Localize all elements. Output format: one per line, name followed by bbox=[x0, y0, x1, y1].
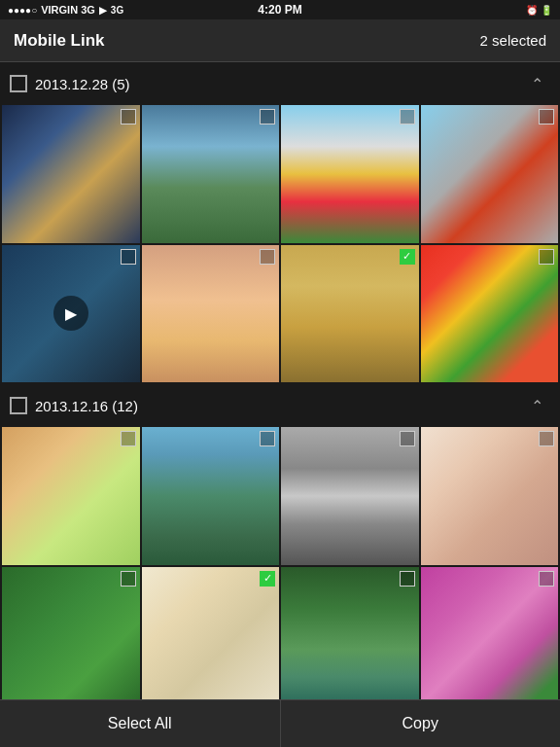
photo-bg-p11 bbox=[281, 427, 419, 565]
photo-bg-p14 bbox=[142, 567, 280, 700]
photo-checkbox-p13[interactable] bbox=[121, 571, 136, 587]
photo-cell-p11[interactable] bbox=[281, 427, 419, 565]
photo-cell-p8[interactable] bbox=[421, 245, 559, 383]
section-header-left-0: 2013.12.28 (5) bbox=[10, 75, 130, 92]
section-header-left-1: 2013.12.16 (12) bbox=[10, 397, 138, 414]
photo-bg-p10 bbox=[142, 427, 280, 565]
photo-checkbox-p10[interactable] bbox=[260, 431, 275, 446]
photo-cell-p12[interactable] bbox=[421, 427, 559, 565]
photo-checkbox-p9[interactable] bbox=[121, 431, 136, 446]
photo-cell-p13[interactable] bbox=[2, 567, 140, 700]
photo-checkbox-p16[interactable] bbox=[539, 571, 554, 587]
photo-cell-p2[interactable] bbox=[142, 105, 280, 243]
status-bar: ●●●●○ VIRGIN 3G ▶ 3G 4:20 PM ⏰ 🔋 bbox=[0, 0, 560, 19]
video-play-p5[interactable]: ▶ bbox=[53, 296, 88, 331]
photo-bg-p13 bbox=[2, 567, 140, 700]
photo-grid-0: ▶✓ bbox=[0, 105, 560, 384]
select-all-button[interactable]: Select All bbox=[0, 700, 281, 747]
photo-cell-p1[interactable] bbox=[2, 105, 140, 243]
photo-cell-p14[interactable]: ✓ bbox=[142, 567, 280, 700]
photo-bg-p15 bbox=[281, 567, 419, 700]
status-carrier: ●●●●○ VIRGIN 3G ▶ 3G bbox=[8, 4, 123, 16]
selected-count: 2 selected bbox=[480, 32, 546, 49]
section-header-0[interactable]: 2013.12.28 (5) ⌃ bbox=[0, 62, 560, 105]
section-checkbox-0[interactable] bbox=[10, 75, 27, 92]
photo-cell-p6[interactable] bbox=[142, 245, 280, 383]
photo-bg-p4 bbox=[421, 105, 559, 243]
section-checkbox-1[interactable] bbox=[10, 397, 27, 414]
photo-cell-p15[interactable] bbox=[281, 567, 419, 700]
photo-checkbox-p6[interactable] bbox=[260, 249, 275, 265]
photo-bg-p3 bbox=[281, 105, 419, 243]
photo-checkbox-p3[interactable] bbox=[400, 109, 415, 124]
photo-cell-p9[interactable] bbox=[2, 427, 140, 565]
section-title-1: 2013.12.16 (12) bbox=[35, 398, 138, 414]
photo-bg-p8 bbox=[421, 245, 559, 383]
photo-checkbox-p8[interactable] bbox=[539, 249, 554, 265]
battery-icon: 🔋 bbox=[541, 5, 552, 16]
photo-cell-p7[interactable]: ✓ bbox=[281, 245, 419, 383]
photo-bg-p16 bbox=[421, 567, 559, 700]
section-title-0: 2013.12.28 (5) bbox=[35, 76, 130, 92]
photo-bg-p12 bbox=[421, 427, 559, 565]
photo-cell-p16[interactable] bbox=[421, 567, 559, 700]
content-scroll[interactable]: 2013.12.28 (5) ⌃ ▶✓ 2013.12.16 (12) ⌃ ✓ bbox=[0, 62, 560, 699]
carrier-label: VIRGIN 3G bbox=[41, 4, 95, 16]
photo-bg-p9 bbox=[2, 427, 140, 565]
status-time: 4:20 PM bbox=[258, 3, 301, 17]
photo-checkbox-p12[interactable] bbox=[539, 431, 554, 446]
status-right: ⏰ 🔋 bbox=[526, 5, 552, 16]
photo-bg-p7 bbox=[281, 245, 419, 383]
nav-bar: Mobile Link 2 selected bbox=[0, 19, 560, 62]
section-header-1[interactable]: 2013.12.16 (12) ⌃ bbox=[0, 384, 560, 427]
photo-checkbox-p4[interactable] bbox=[539, 109, 554, 124]
photo-cell-p4[interactable] bbox=[421, 105, 559, 243]
photo-cell-p5[interactable]: ▶ bbox=[2, 245, 140, 383]
photo-bg-p2 bbox=[142, 105, 280, 243]
photo-checkbox-p2[interactable] bbox=[260, 109, 275, 124]
bottom-toolbar: Select All Copy bbox=[0, 699, 560, 747]
photo-checkbox-p15[interactable] bbox=[400, 571, 415, 587]
photo-bg-p1 bbox=[2, 105, 140, 243]
section-collapse-1[interactable]: ⌃ bbox=[523, 392, 550, 419]
photo-checkbox-p5[interactable] bbox=[121, 249, 136, 265]
photo-cell-p10[interactable] bbox=[142, 427, 280, 565]
photo-checkbox-p11[interactable] bbox=[400, 431, 415, 446]
alarm-icon: ⏰ bbox=[526, 5, 538, 16]
photo-checkbox-p1[interactable] bbox=[121, 109, 136, 124]
photo-grid-1: ✓ bbox=[0, 427, 560, 699]
photo-cell-p3[interactable] bbox=[281, 105, 419, 243]
photo-checkbox-p14[interactable]: ✓ bbox=[260, 571, 275, 587]
section-collapse-0[interactable]: ⌃ bbox=[523, 70, 550, 97]
photo-bg-p6 bbox=[142, 245, 280, 383]
nav-title: Mobile Link bbox=[14, 31, 105, 51]
photo-checkbox-p7[interactable]: ✓ bbox=[400, 249, 415, 265]
copy-button[interactable]: Copy bbox=[281, 700, 561, 747]
